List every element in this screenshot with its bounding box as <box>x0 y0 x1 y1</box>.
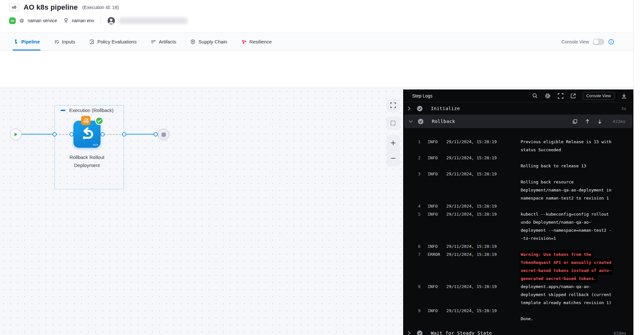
zoom-out-button[interactable] <box>386 151 400 165</box>
execution-tab-bar: Pipeline Inputs Policy Evaluations Artif… <box>0 33 633 51</box>
artifacts-icon <box>151 39 156 44</box>
log-settings-gear-icon[interactable] <box>545 93 551 99</box>
section-duration: 3s <box>611 106 626 111</box>
execution-header: v0 AO k8s pipeline (Execution Id: 18) ∞ … <box>0 0 633 33</box>
play-icon <box>14 132 18 137</box>
section-name: Wait for Steady State <box>431 330 492 335</box>
connection-point[interactable] <box>122 132 126 136</box>
page-right-gutter <box>633 0 644 335</box>
log-line: 7ERROR29/11/2024, 15:28:19Warning: Use t… <box>403 250 633 258</box>
pipeline-end-node[interactable] <box>158 129 169 140</box>
log-line: 3INFO29/11/2024, 15:28:19 <box>403 170 633 178</box>
log-section-wait-for-steady-state[interactable]: Wait for Steady State 658ms <box>403 327 633 335</box>
log-line: TokenRequest API or manually created <box>403 258 633 266</box>
open-in-new-tab-icon[interactable] <box>570 93 576 99</box>
log-line: Deployment/naman-qa-ao-deployment in <box>403 186 633 194</box>
log-line: 6INFO29/11/2024, 15:28:19 <box>403 242 633 250</box>
log-line: deployment --namespace=naman-test2 - <box>403 226 633 234</box>
section-name: Initialize <box>431 106 460 111</box>
redacted-user-info <box>118 17 188 24</box>
log-search-icon[interactable] <box>532 93 538 98</box>
console-view-button[interactable]: Console View <box>583 92 614 100</box>
scroll-down-icon[interactable] <box>598 119 602 124</box>
tab-label: Supply Chain <box>198 39 227 44</box>
chevron-right-icon <box>408 331 413 335</box>
cd-module-icon: ∞ <box>9 17 16 24</box>
log-section-initialize[interactable]: Initialize 3s <box>403 102 633 115</box>
log-line: 4INFO29/11/2024, 15:28:19 <box>403 202 633 210</box>
scroll-up-icon[interactable] <box>585 119 590 124</box>
resilience-chaos-icon <box>242 39 247 44</box>
chevron-right-icon <box>408 106 413 111</box>
group-label: Execution (Rollback) <box>69 107 114 113</box>
log-line: 9INFO29/11/2024, 15:28:19 <box>403 307 633 315</box>
log-entries: 1INFO29/11/2024, 15:28:19Previous eligib… <box>403 128 633 323</box>
pipeline-version-badge: v0 <box>9 4 19 11</box>
log-line: 1INFO29/11/2024, 15:28:19Previous eligib… <box>403 138 633 146</box>
tab-inputs[interactable]: Inputs <box>54 33 75 51</box>
user-avatar[interactable] <box>107 17 115 25</box>
header-service-link[interactable]: naman service <box>28 18 57 23</box>
stop-icon <box>162 133 166 137</box>
log-line: template already matches revision 1) <box>403 299 633 307</box>
fit-to-screen-button[interactable] <box>386 98 400 112</box>
step-success-check-icon <box>417 106 422 111</box>
chevron-down-icon <box>409 120 414 123</box>
divider <box>100 17 101 24</box>
log-fullscreen-icon[interactable] <box>558 93 564 99</box>
info-icon[interactable] <box>608 39 614 45</box>
policy-check-icon <box>89 39 94 44</box>
zoom-in-button[interactable] <box>386 136 400 150</box>
log-line: 8INFO29/11/2024, 15:28:19deployment.apps… <box>403 283 633 291</box>
console-view-toggle[interactable] <box>593 39 604 45</box>
tab-resilience[interactable]: Resilience <box>242 33 272 51</box>
code-glyph: </> <box>93 143 98 146</box>
log-line: 5INFO29/11/2024, 15:28:19kubectl --kubec… <box>403 210 633 218</box>
header-environment-link[interactable]: naman env <box>72 18 94 23</box>
connection-point[interactable] <box>100 132 105 136</box>
tab-label: Policy Evaluations <box>97 39 137 44</box>
rollback-undo-icon <box>79 126 95 143</box>
tab-policy-evaluations[interactable]: Policy Evaluations <box>89 33 137 51</box>
log-line: namespace naman-test2 to revision 1 <box>403 194 633 202</box>
page-title: AO k8s pipeline <box>24 3 78 12</box>
step-success-check-icon <box>95 116 104 125</box>
tab-supply-chain[interactable]: Supply Chain <box>190 33 227 51</box>
connection-point[interactable] <box>154 132 158 136</box>
section-duration: 422ms <box>610 119 625 124</box>
copy-logs-icon[interactable] <box>573 119 577 124</box>
step-logs-header: Step Logs Console View <box>403 89 633 102</box>
log-line: -to-revision=1 <box>403 234 633 242</box>
log-line: 2INFO29/11/2024, 15:28:19 <box>403 154 633 162</box>
log-line: generated secret-based tokens. <box>403 275 633 283</box>
step-success-check-icon <box>418 119 423 124</box>
log-section-rollback[interactable]: Rollback 422ms <box>404 115 632 128</box>
tab-label: Inputs <box>62 39 75 44</box>
marquee-select-button[interactable] <box>386 116 400 130</box>
tab-artifacts[interactable]: Artifacts <box>151 33 176 51</box>
log-line: Rolling back resource <box>403 178 633 186</box>
rollout-step-type-badge <box>81 116 90 125</box>
environment-icon <box>63 18 69 23</box>
step-logs-title: Step Logs <box>412 93 432 98</box>
pipeline-start-node[interactable] <box>10 129 22 140</box>
log-line: Rolling back to release 13 <box>403 162 633 170</box>
inputs-icon <box>54 39 59 44</box>
collapse-group-button[interactable] <box>61 110 65 111</box>
section-duration: 658ms <box>611 331 626 335</box>
console-view-label: Console View <box>562 39 589 44</box>
step-node-label: Rollback Rollout Deployment <box>55 153 119 169</box>
pipeline-icon <box>13 39 18 44</box>
connection-point[interactable] <box>52 132 57 136</box>
download-logs-icon[interactable] <box>621 93 627 99</box>
log-line: undo Deployment/naman-qa-ao- <box>403 218 633 226</box>
tab-label: Resilience <box>250 39 272 44</box>
tab-label: Artifacts <box>159 39 176 44</box>
section-name: Rollback <box>432 119 455 124</box>
gear-icon <box>19 18 24 23</box>
supply-chain-shield-icon <box>190 39 195 44</box>
zoom-controls <box>386 135 400 166</box>
log-line: Done. <box>403 315 633 323</box>
stage-summary-bar: s1 Started at: 29/11/2024, 15:27:56 Dura… <box>0 51 633 88</box>
tab-pipeline[interactable]: Pipeline <box>13 33 40 51</box>
